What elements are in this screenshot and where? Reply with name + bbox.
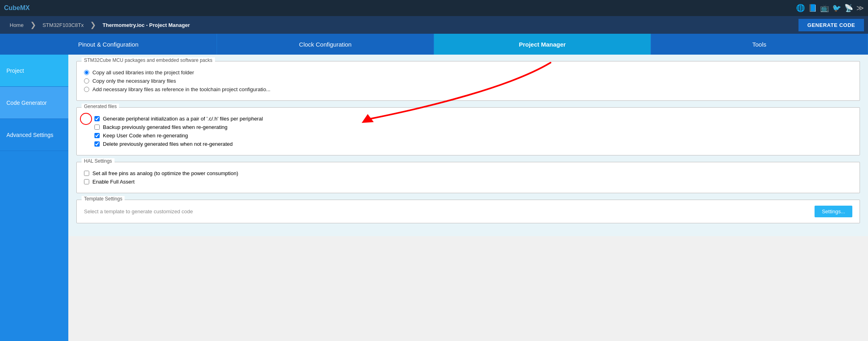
template-placeholder-text: Select a template to generate customized…	[84, 208, 193, 214]
tab-clock[interactable]: Clock Configuration	[217, 34, 434, 55]
stm32-packages-section: STM32Cube MCU packages and embedded soft…	[76, 61, 860, 101]
radio-copy-necessary[interactable]: Copy only the necessary library files	[84, 78, 852, 84]
radio-copy-all-input[interactable]	[84, 70, 89, 75]
hal-settings-content: Set all free pins as analog (to optimize…	[84, 170, 852, 185]
right-panel: STM32Cube MCU packages and embedded soft…	[68, 55, 868, 341]
checkbox-row-backup: Backup previously generated files when r…	[94, 124, 852, 130]
template-settings-button[interactable]: Settings...	[815, 206, 852, 217]
generate-code-button[interactable]: GENERATE CODE	[798, 19, 864, 31]
generated-files-legend: Generated files	[82, 104, 119, 109]
checkbox-row-delete-previous: Delete previously generated files when n…	[94, 141, 852, 147]
checkbox-backup[interactable]	[94, 125, 100, 130]
nav-tabs: Pinout & Configuration Clock Configurati…	[0, 34, 868, 55]
checkbox-row-keep-user-code: Keep User Code when re-generating	[94, 133, 852, 139]
checkbox-peripheral-init[interactable]	[94, 116, 100, 121]
breadcrumb-project[interactable]: Thermometry.ioc - Project Manager	[97, 16, 195, 34]
stm32-packages-legend: STM32Cube MCU packages and embedded soft…	[82, 57, 215, 63]
top-bar: CubeMX 🌐 📘 📺 🐦 📡 ≫	[0, 0, 868, 16]
hal-settings-section: HAL Settings Set all free pins as analog…	[76, 162, 860, 193]
rss-icon: 📡	[844, 4, 853, 12]
generated-files-section: Generated files Generate peripheral init…	[76, 107, 860, 155]
checkbox-analog-pins[interactable]	[84, 171, 89, 176]
generated-files-content: Generate peripheral initialization as a …	[94, 116, 852, 147]
breadcrumb-arrow-1: ❯	[30, 20, 36, 29]
tab-project-manager[interactable]: Project Manager	[434, 34, 651, 55]
tab-pinout[interactable]: Pinout & Configuration	[0, 34, 217, 55]
checkbox-full-assert[interactable]	[84, 179, 89, 184]
facebook-icon: 📘	[808, 4, 817, 12]
content-area: STM32Cube MCU packages and embedded soft…	[68, 55, 868, 236]
radio-add-reference-input[interactable]	[84, 87, 89, 92]
menu-icon: ≫	[856, 4, 864, 12]
twitter-icon: 🐦	[832, 4, 841, 12]
hal-settings-legend: HAL Settings	[82, 158, 115, 164]
template-row: Select a template to generate customized…	[84, 206, 852, 217]
stm32-packages-content: Copy all used libraries into the project…	[84, 69, 852, 92]
sidebar-item-project[interactable]: Project	[0, 55, 68, 87]
checkbox-keep-user-code[interactable]	[94, 133, 100, 138]
sidebar-item-advanced-settings[interactable]: Advanced Settings	[0, 119, 68, 151]
top-right-icons: 🌐 📘 📺 🐦 📡 ≫	[796, 4, 864, 12]
breadcrumb-arrow-2: ❯	[90, 20, 96, 29]
radio-copy-necessary-input[interactable]	[84, 78, 89, 84]
globe-icon: 🌐	[796, 4, 805, 12]
youtube-icon: 📺	[820, 4, 829, 12]
tab-tools[interactable]: Tools	[651, 34, 868, 55]
highlight-circle	[80, 113, 92, 125]
template-settings-section: Template Settings Select a template to g…	[76, 200, 860, 223]
breadcrumb-mcu[interactable]: STM32F103C8Tx	[37, 16, 90, 34]
checkbox-delete-previous[interactable]	[94, 141, 100, 147]
main-layout: Project Code Generator Advanced Settings…	[0, 55, 868, 341]
checkbox-row-analog-pins: Set all free pins as analog (to optimize…	[84, 170, 852, 176]
checkbox-row-peripheral: Generate peripheral initialization as a …	[94, 116, 852, 122]
template-settings-legend: Template Settings	[82, 196, 125, 202]
breadcrumb-home[interactable]: Home	[4, 16, 29, 34]
radio-copy-all[interactable]: Copy all used libraries into the project…	[84, 69, 852, 76]
sidebar: Project Code Generator Advanced Settings	[0, 55, 68, 341]
breadcrumb-bar: Home ❯ STM32F103C8Tx ❯ Thermometry.ioc -…	[0, 16, 868, 34]
checkbox-row-full-assert: Enable Full Assert	[84, 179, 852, 185]
radio-add-reference[interactable]: Add necessary library files as reference…	[84, 86, 852, 92]
sidebar-item-code-generator[interactable]: Code Generator	[0, 87, 68, 119]
logo: CubeMX	[4, 4, 30, 12]
